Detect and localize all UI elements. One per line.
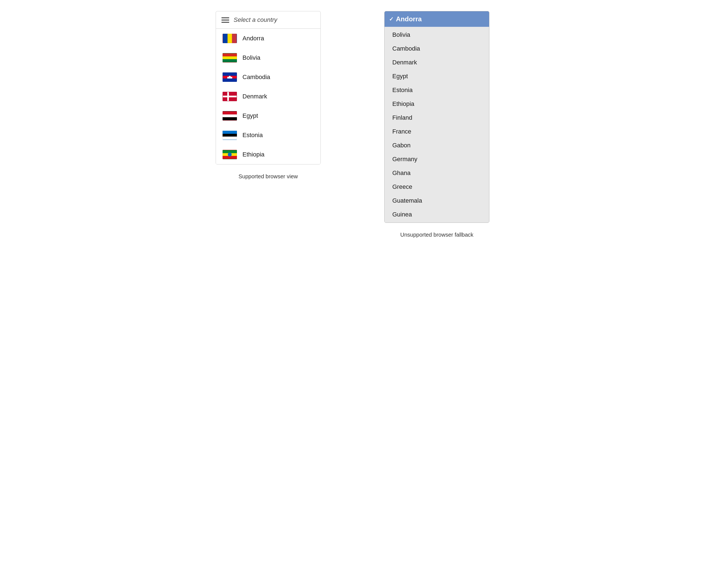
list-item[interactable]: Germany: [385, 152, 489, 166]
right-panel: ✓ Andorra BoliviaCambodiaDenmarkEgyptEst…: [369, 11, 505, 238]
list-item[interactable]: Egypt: [385, 69, 489, 83]
hamburger-icon: [222, 17, 229, 23]
list-item[interactable]: France: [385, 125, 489, 139]
country-name-label: Estonia: [242, 132, 263, 139]
list-item[interactable]: Estonia: [216, 126, 320, 145]
list-item[interactable]: Ghana: [385, 166, 489, 180]
flag-ad: [223, 34, 237, 43]
country-name-label: Andorra: [242, 35, 264, 42]
flag-kh: [223, 72, 237, 82]
checkmark-icon: ✓: [389, 16, 394, 22]
list-item[interactable]: Denmark: [216, 87, 320, 106]
country-name-label: Ethiopia: [242, 151, 265, 158]
flag-et: [223, 150, 237, 159]
list-item[interactable]: Cambodia: [385, 42, 489, 56]
native-select-selected[interactable]: ✓ Andorra: [385, 11, 489, 27]
country-name-label: Denmark: [242, 93, 267, 100]
flag-bo: [223, 53, 237, 62]
custom-dropdown-list[interactable]: AndorraBoliviaCambodiaDenmarkEgyptEstoni…: [216, 29, 320, 164]
flag-ee: [223, 131, 237, 140]
select-placeholder: Select a country: [234, 16, 277, 23]
list-item[interactable]: Greece: [385, 180, 489, 194]
list-item[interactable]: Egypt: [216, 106, 320, 126]
list-item[interactable]: Andorra: [216, 29, 320, 48]
list-item[interactable]: Denmark: [385, 56, 489, 69]
country-name-label: Egypt: [242, 112, 258, 119]
list-item[interactable]: Bolivia: [385, 28, 489, 42]
list-item[interactable]: Ethiopia: [385, 97, 489, 111]
list-item[interactable]: Gabon: [385, 139, 489, 152]
left-panel-label: Supported browser view: [239, 173, 298, 180]
country-name-label: Bolivia: [242, 54, 261, 61]
list-item[interactable]: Ethiopia: [216, 145, 320, 164]
flag-eg: [223, 111, 237, 120]
custom-select-component: Select a country AndorraBoliviaCambodiaD…: [216, 11, 321, 164]
selected-country-label: Andorra: [396, 15, 422, 23]
list-item[interactable]: Guatemala: [385, 194, 489, 208]
flag-dk: [223, 92, 237, 101]
list-item[interactable]: Finland: [385, 111, 489, 125]
page-wrapper: Select a country AndorraBoliviaCambodiaD…: [200, 11, 505, 238]
country-name-label: Cambodia: [242, 74, 270, 81]
list-item[interactable]: Estonia: [385, 83, 489, 97]
list-item[interactable]: Cambodia: [216, 67, 320, 87]
list-item[interactable]: Bolivia: [216, 48, 320, 67]
native-select-component: ✓ Andorra BoliviaCambodiaDenmarkEgyptEst…: [384, 11, 489, 223]
select-trigger[interactable]: Select a country: [216, 11, 320, 29]
native-select-list: BoliviaCambodiaDenmarkEgyptEstoniaEthiop…: [385, 27, 489, 223]
right-panel-label: Unsupported browser fallback: [400, 232, 474, 238]
list-item[interactable]: Guinea: [385, 208, 489, 222]
left-panel: Select a country AndorraBoliviaCambodiaD…: [200, 11, 336, 180]
